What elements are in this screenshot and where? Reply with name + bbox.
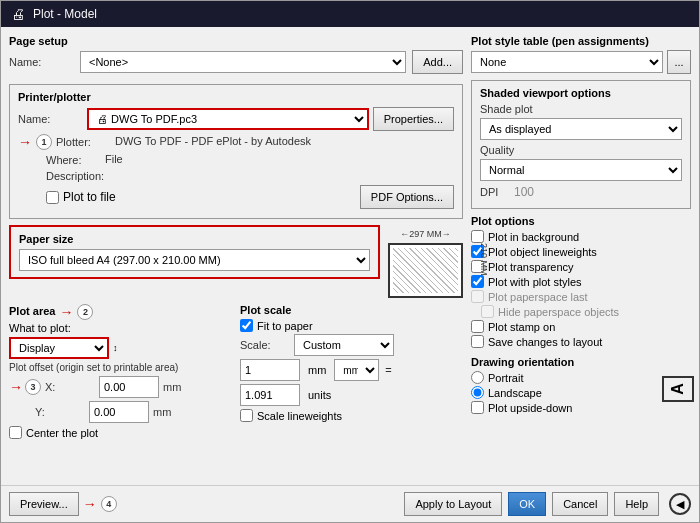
description-label: Description: (46, 170, 104, 182)
y-label: Y: (35, 406, 85, 418)
plot-area-scale-container: Plot area → 2 What to plot: Display Exte… (9, 304, 463, 441)
back-circle-button[interactable]: ◀ (669, 493, 691, 515)
x-label: X: (45, 381, 95, 393)
portrait-radio[interactable] (471, 371, 484, 384)
plot-area-arrow: → (59, 304, 73, 320)
orientation-icon: A (662, 376, 694, 402)
upside-down-checkbox[interactable] (471, 401, 484, 414)
shade-plot-row: Shade plot (480, 103, 682, 115)
preview-arrow: → (83, 496, 97, 512)
portrait-row: Portrait (471, 371, 572, 384)
landscape-label: Landscape (488, 387, 542, 399)
scale-unit-select[interactable]: mm (334, 359, 379, 381)
plot-transparency-label: Plot transparency (488, 261, 574, 273)
scale-select[interactable]: Custom (294, 334, 394, 356)
plotter-label: Plotter: (56, 136, 111, 148)
scale-lineweights-label: Scale lineweights (257, 410, 342, 422)
paper-size-select[interactable]: ISO full bleed A4 (297.00 x 210.00 MM) (19, 249, 370, 271)
title-bar-icon: 🖨 (11, 6, 25, 22)
shaded-viewport-label: Shaded viewport options (480, 87, 682, 99)
what-to-plot-select[interactable]: Display Extents Limits Window (9, 337, 109, 359)
plot-model-dialog: 🖨 Plot - Model Page setup Name: <None> A… (0, 0, 700, 523)
scale-lineweights-row: Scale lineweights (240, 409, 463, 422)
scale-label: Scale: (240, 339, 290, 351)
fit-to-paper-checkbox[interactable] (240, 319, 253, 332)
shade-plot-select-container: As displayed (480, 118, 682, 140)
plotter-value: DWG To PDF - PDF ePlot - by Autodesk (115, 135, 311, 147)
plot-transparency-row: Plot transparency (471, 260, 691, 273)
dpi-row: DPI 100 (480, 185, 682, 199)
preview-container: Preview... → 4 (9, 492, 117, 516)
main-content: Page setup Name: <None> Add... Printer/p… (1, 27, 699, 485)
page-setup-section: Page setup Name: <None> Add... (9, 35, 463, 78)
dropdown-arrow-indicator: ↕ (113, 343, 118, 353)
plot-stamp-checkbox[interactable] (471, 320, 484, 333)
printer-plotter-label: Printer/plotter (18, 91, 454, 103)
save-changes-row: Save changes to layout (471, 335, 691, 348)
page-setup-name-select[interactable]: <None> (80, 51, 406, 73)
apply-to-layout-button[interactable]: Apply to Layout (404, 492, 502, 516)
title-bar: 🖨 Plot - Model (1, 1, 699, 27)
paper-size-group: Paper size ISO full bleed A4 (297.00 x 2… (9, 225, 380, 279)
shade-plot-label: Shade plot (480, 103, 555, 115)
center-plot-checkbox[interactable] (9, 426, 22, 439)
cancel-button[interactable]: Cancel (552, 492, 608, 516)
printer-name-select[interactable]: 🖨 DWG To PDF.pc3 (87, 108, 369, 130)
ok-button[interactable]: OK (508, 492, 546, 516)
plot-stamp-row: Plot stamp on (471, 320, 691, 333)
pdf-options-button[interactable]: PDF Options... (360, 185, 454, 209)
plot-background-row: Plot in background (471, 230, 691, 243)
description-row: Description: (18, 170, 454, 182)
x-input[interactable] (99, 376, 159, 398)
y-offset-row: Y: mm (9, 401, 232, 423)
paper-height-label: 210 MM (479, 243, 489, 298)
scale-value1-input[interactable] (240, 359, 300, 381)
save-changes-checkbox[interactable] (471, 335, 484, 348)
plotter-row: → 1 Plotter: DWG To PDF - PDF ePlot - by… (18, 134, 454, 150)
plot-background-checkbox[interactable] (471, 230, 484, 243)
quality-label: Quality (480, 144, 535, 156)
plot-area-header: Plot area → 2 (9, 304, 232, 320)
plot-style-select[interactable]: None (471, 51, 663, 73)
plot-to-file-row: Plot to file PDF Options... (18, 185, 454, 209)
paper-size-label: Paper size (19, 233, 370, 245)
hide-paperspace-checkbox[interactable] (481, 305, 494, 318)
plot-to-file-checkbox[interactable] (46, 191, 59, 204)
plot-style-edit-button[interactable]: ... (667, 50, 691, 74)
plot-lineweights-label: Plot object lineweights (488, 246, 597, 258)
landscape-radio[interactable] (471, 386, 484, 399)
plot-area-label: Plot area (9, 305, 55, 317)
dpi-label: DPI (480, 186, 510, 198)
upside-down-row: Plot upside-down (471, 401, 572, 414)
plot-stamp-label: Plot stamp on (488, 321, 555, 333)
scale-row: Scale: Custom (240, 334, 463, 356)
where-value: File (105, 153, 123, 165)
help-button[interactable]: Help (614, 492, 659, 516)
preview-button[interactable]: Preview... (9, 492, 79, 516)
plot-scale-section: Plot scale Fit to paper Scale: Custom mm (240, 304, 463, 441)
paper-preview-container: ←297 MM→ 210 MM (388, 225, 463, 298)
printer-name-label: Name: (18, 113, 83, 125)
y-mm-label: mm (153, 406, 171, 418)
orientation-icon-label: A (669, 383, 687, 395)
plot-style-label: Plot style table (pen assignments) (471, 35, 691, 47)
what-to-plot-row: What to plot: (9, 322, 232, 334)
shade-plot-select[interactable]: As displayed (480, 118, 682, 140)
scale-value2-input[interactable] (240, 384, 300, 406)
plot-area-section: Plot area → 2 What to plot: Display Exte… (9, 304, 232, 441)
add-button[interactable]: Add... (412, 50, 463, 74)
properties-button[interactable]: Properties... (373, 107, 454, 131)
plot-options-section: Plot options Plot in background Plot obj… (471, 215, 691, 350)
plot-paperspace-last-row: Plot paperspace last (471, 290, 691, 303)
title-bar-title: Plot - Model (33, 7, 97, 21)
y-input[interactable] (89, 401, 149, 423)
quality-select[interactable]: Normal (480, 159, 682, 181)
where-row: Where: File (18, 153, 454, 167)
portrait-label: Portrait (488, 372, 523, 384)
paper-preview-wrapper: ←297 MM→ 210 MM (388, 243, 463, 298)
scale-lineweights-checkbox[interactable] (240, 409, 253, 422)
bottom-right-buttons: Apply to Layout OK Cancel Help ◀ (404, 492, 691, 516)
shaded-viewport-group: Shaded viewport options Shade plot As di… (471, 80, 691, 209)
fit-to-paper-label: Fit to paper (257, 320, 313, 332)
upside-down-label: Plot upside-down (488, 402, 572, 414)
